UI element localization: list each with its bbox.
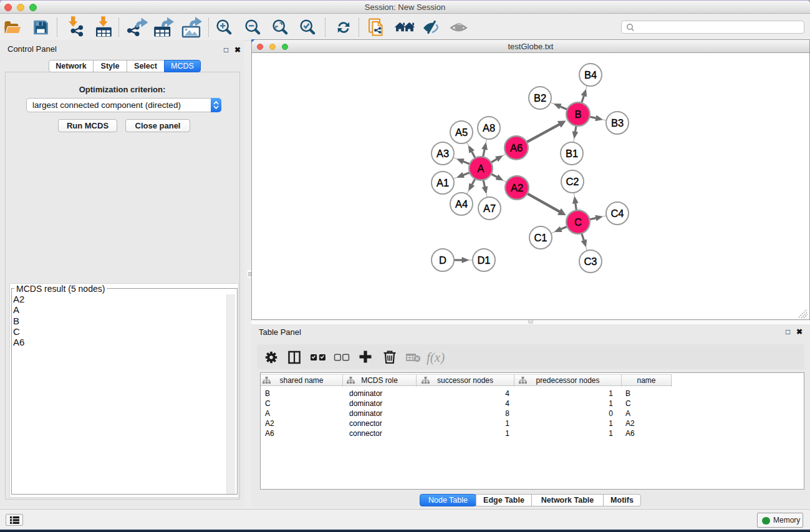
svg-text:D: D <box>439 254 446 266</box>
svg-text:C4: C4 <box>610 208 624 219</box>
svg-text:A2: A2 <box>511 182 523 193</box>
svg-text:A3: A3 <box>436 148 449 159</box>
svg-text:A6: A6 <box>510 142 523 153</box>
svg-text:B: B <box>574 109 581 120</box>
svg-text:D1: D1 <box>477 254 490 266</box>
svg-text:C3: C3 <box>584 256 597 267</box>
svg-text:C: C <box>574 216 582 228</box>
svg-text:A4: A4 <box>455 198 468 210</box>
svg-text:C1: C1 <box>534 232 547 243</box>
svg-text:A5: A5 <box>455 127 468 138</box>
svg-text:A: A <box>477 163 484 174</box>
svg-text:A1: A1 <box>436 177 449 188</box>
svg-text:B1: B1 <box>566 148 578 159</box>
svg-text:B2: B2 <box>534 92 546 104</box>
svg-text:f(x): f(x) <box>427 350 445 365</box>
svg-text:A7: A7 <box>483 203 496 214</box>
svg-text:C2: C2 <box>566 176 579 187</box>
svg-text:A8: A8 <box>483 122 495 133</box>
svg-text:B4: B4 <box>584 69 597 80</box>
svg-text:B3: B3 <box>611 117 624 128</box>
